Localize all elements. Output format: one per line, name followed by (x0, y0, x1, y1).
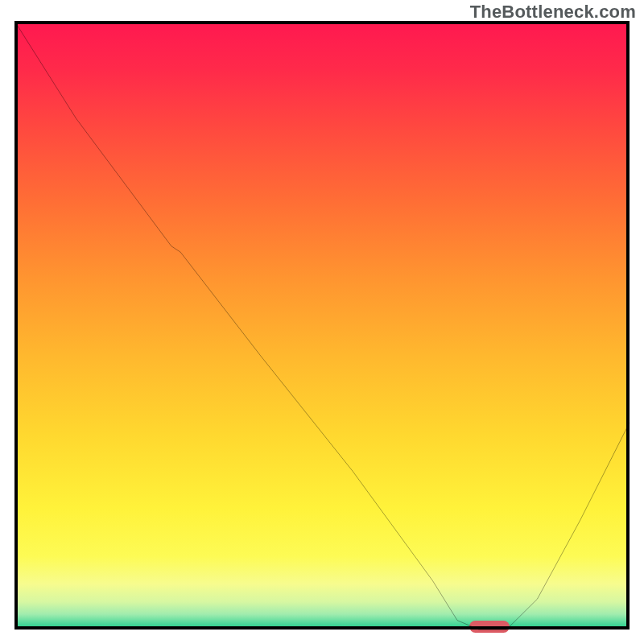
watermark-text: TheBottleneck.com (470, 2, 636, 23)
svg-rect-0 (14, 21, 630, 630)
chart-container: TheBottleneck.com (0, 0, 644, 644)
min-marker (469, 621, 510, 633)
background-gradient (14, 21, 630, 630)
